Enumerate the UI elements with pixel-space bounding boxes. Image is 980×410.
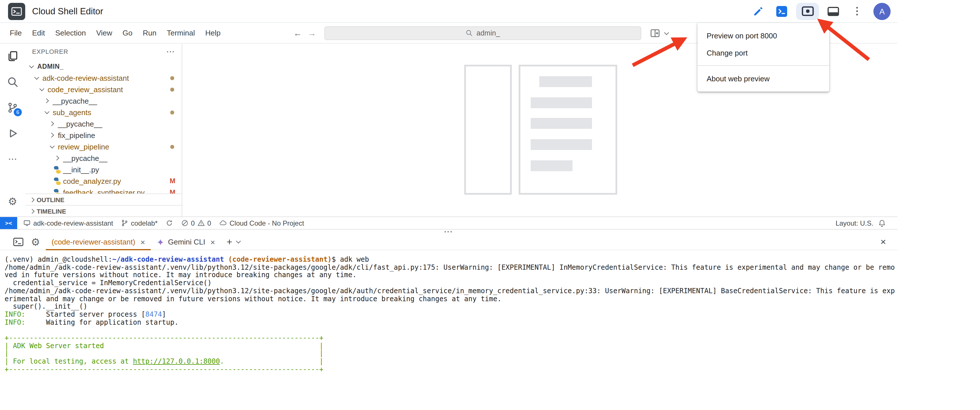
tree-item-fix_pipeline[interactable]: fix_pipeline	[25, 130, 182, 141]
terminal-line: +---------------------------------------…	[5, 366, 897, 374]
tree-item-review_pipeline[interactable]: review_pipeline	[25, 141, 182, 152]
menu-file[interactable]: File	[5, 28, 27, 37]
python-file-icon	[53, 177, 61, 185]
history-back-icon[interactable]: ←	[293, 28, 302, 38]
terminal-output[interactable]: (.venv) admin_@cloudshell:~/adk-code-rev…	[0, 250, 897, 410]
menubar-items: FileEditSelectionViewGoRunTerminalHelp	[5, 28, 226, 37]
terminal-panel: ••• ⚙ (code-reviewer-assistant) ×	[0, 229, 897, 410]
tree-item-__pycache__[interactable]: __pycache__	[25, 152, 182, 164]
terminal-line: super().__init__()	[5, 303, 897, 311]
git-modified-badge: M	[170, 188, 175, 193]
open-editor-pencil-icon[interactable]	[749, 3, 767, 20]
tree-item-label: __pycache__	[58, 119, 102, 128]
history-forward-icon[interactable]: →	[308, 28, 317, 38]
notifications-bell-icon	[878, 219, 886, 227]
menu-terminal[interactable]: Terminal	[162, 28, 200, 37]
tree-item-code_review_assistant[interactable]: code_review_assistant	[25, 84, 182, 95]
terminal-line: ved in future versions without notice. I…	[5, 272, 897, 279]
search-view-icon[interactable]	[6, 75, 19, 89]
terminal-dropdown-chevron-icon[interactable]	[235, 237, 244, 247]
terminal-settings-gear-icon[interactable]: ⚙	[29, 235, 42, 249]
terminal-line: +---------------------------------------…	[5, 334, 897, 342]
section-label: OUTLINE	[37, 196, 64, 203]
menu-edit[interactable]: Edit	[27, 28, 50, 37]
explorer-sidebar: EXPLORER ⋯ ADMIN_adk-code-review-assista…	[25, 44, 182, 217]
tree-item-label: feedback_synthesizer.py	[63, 188, 145, 193]
menu-selection[interactable]: Selection	[50, 28, 91, 37]
terminal-icon[interactable]	[11, 235, 25, 249]
source-control-icon[interactable]: 6	[6, 101, 19, 114]
tree-item-label: __pycache__	[53, 97, 97, 105]
top-bar: Cloud Shell Editor	[0, 0, 897, 23]
web-preview-icon[interactable]	[796, 3, 819, 20]
menu-view[interactable]: View	[91, 28, 118, 37]
close-panel-button[interactable]: ×	[880, 236, 886, 248]
tree-item-label: adk-code-review-assistant	[42, 74, 129, 82]
menu-help[interactable]: Help	[200, 28, 226, 37]
sidebar-sections: OUTLINETIMELINE	[25, 193, 182, 217]
editor-layout-button[interactable]	[651, 29, 671, 37]
settings-gear-icon[interactable]: ⚙	[6, 195, 19, 209]
run-debug-icon[interactable]	[6, 127, 19, 140]
git-modified-dot	[170, 145, 174, 149]
tab-terminal-code-reviewer-assistant[interactable]: (code-reviewer-assistant) ×	[46, 234, 151, 250]
explorer-header: EXPLORER ⋯	[25, 44, 182, 60]
menu-item-change-port[interactable]: Change port	[697, 44, 829, 61]
section-outline[interactable]: OUTLINE	[25, 193, 182, 205]
terminal-line: (.venv) admin_@cloudshell:~/adk-code-rev…	[5, 256, 897, 264]
git-modified-badge: M	[170, 177, 175, 185]
account-avatar[interactable]: A	[873, 3, 891, 20]
terminal-tab-bar: ⚙ (code-reviewer-assistant) ×	[0, 234, 897, 250]
menu-item-about-web-preview[interactable]: About web preview	[697, 70, 829, 87]
editor-window: Cloud Shell Editor	[0, 0, 897, 410]
tree-item-sub_agents[interactable]: sub_agents	[25, 106, 182, 118]
tree-item-code_analyzer.py[interactable]: code_analyzer.pyM	[25, 175, 182, 187]
tree-item-__pycache__[interactable]: __pycache__	[25, 118, 182, 130]
git-modified-dot	[170, 76, 174, 80]
tree-item-__init__.py[interactable]: __init__.py	[25, 164, 182, 175]
menu-item-preview-on-port-8000[interactable]: Preview on port 8000	[697, 27, 829, 44]
tree-item-feedback_synthesizer.py[interactable]: feedback_synthesizer.pyM	[25, 187, 182, 193]
status-notifications[interactable]	[878, 219, 886, 227]
close-icon[interactable]: ×	[210, 237, 215, 247]
more-options-kebab-icon[interactable]	[848, 3, 866, 20]
chevron-right-icon	[48, 120, 56, 128]
new-terminal-button[interactable]: +	[227, 236, 232, 248]
remote-icon: ><	[5, 220, 12, 226]
toggle-panel-icon[interactable]	[824, 3, 842, 20]
more-actions-icon[interactable]: ⋯	[166, 49, 175, 54]
status-problems[interactable]: 0 0	[181, 219, 211, 227]
python-file-icon	[53, 166, 61, 173]
panel-resize-handle[interactable]: •••	[0, 230, 897, 234]
status-workspace[interactable]: adk-code-review-assistant	[23, 219, 113, 227]
top-actions: A	[749, 3, 897, 20]
tree-item-ADMIN_[interactable]: ADMIN_	[25, 61, 182, 72]
status-sync[interactable]	[165, 219, 173, 227]
terminal-line: INFO: Waiting for application startup.	[5, 319, 897, 326]
explorer-tree: ADMIN_adk-code-review-assistantcode_revi…	[25, 61, 182, 193]
close-icon[interactable]: ×	[140, 237, 145, 247]
scm-changes-badge: 6	[14, 108, 22, 116]
search-input[interactable]: admin_	[325, 26, 641, 40]
sync-icon	[165, 219, 173, 227]
chevron-right-icon	[48, 131, 56, 139]
placeholder-page-right	[519, 65, 617, 195]
cloud-icon	[219, 219, 227, 227]
tree-item-adk-code-review-assistant[interactable]: adk-code-review-assistant	[25, 72, 182, 84]
status-bar: >< adk-code-review-assistant codelab*	[0, 217, 897, 229]
app-title: Cloud Shell Editor	[32, 6, 103, 16]
status-branch[interactable]: codelab*	[121, 219, 158, 227]
menu-run[interactable]: Run	[138, 28, 162, 37]
remote-indicator[interactable]: ><	[0, 217, 17, 229]
menu-go[interactable]: Go	[118, 28, 138, 37]
tree-item-label: fix_pipeline	[58, 131, 95, 139]
section-timeline[interactable]: TIMELINE	[25, 205, 182, 217]
more-views-icon[interactable]: ⋯	[6, 152, 19, 166]
status-cloud-code[interactable]: Cloud Code - No Project	[219, 219, 304, 227]
status-keyboard-layout[interactable]: Layout: U.S.	[835, 219, 873, 227]
tree-item-__pycache__[interactable]: __pycache__	[25, 95, 182, 106]
open-terminal-icon[interactable]	[773, 3, 791, 20]
tree-item-label: __init__.py	[63, 165, 99, 174]
explorer-view-icon[interactable]	[6, 49, 19, 63]
tab-terminal-gemini-cli[interactable]: Gemini CLI ×	[151, 234, 221, 250]
